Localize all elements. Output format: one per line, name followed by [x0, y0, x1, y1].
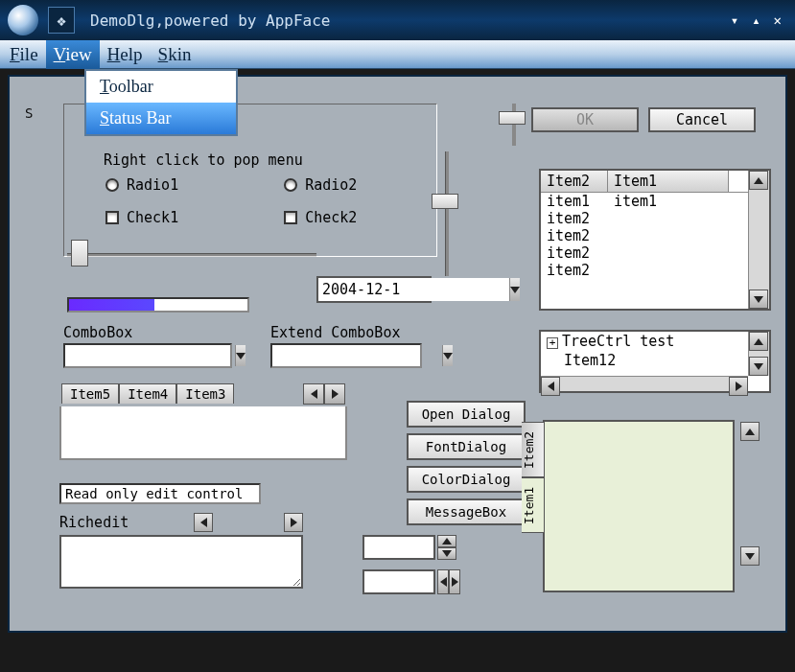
chevron-down-icon: [745, 553, 755, 560]
menu-help[interactable]: Help: [100, 40, 151, 69]
cancel-button[interactable]: Cancel: [648, 107, 756, 132]
listview-header: Item2 Item1: [541, 171, 769, 193]
menu-file[interactable]: File: [2, 40, 46, 69]
message-box-button[interactable]: MessageBox: [407, 498, 526, 525]
slider-thumb[interactable]: [499, 111, 526, 125]
brand-orb-icon: [8, 5, 38, 35]
spin-left-2[interactable]: [437, 569, 449, 594]
extend-combobox-dropdown-button[interactable]: [442, 345, 453, 366]
radio1[interactable]: Radio1: [105, 176, 178, 194]
spin-input-1[interactable]: [362, 535, 435, 560]
listview-row: item2: [541, 262, 769, 279]
button-stack: Open Dialog FontDialog ColorDialog Messa…: [407, 401, 526, 525]
color-dialog-button[interactable]: ColorDialog: [407, 466, 526, 493]
scroll-left[interactable]: [541, 377, 560, 396]
top-vertical-slider[interactable]: [503, 104, 526, 146]
scroll-down[interactable]: [749, 357, 768, 376]
tab-item4[interactable]: Item4: [119, 383, 176, 404]
lv-cell[interactable]: item2: [541, 210, 608, 227]
dropdown-icon[interactable]: ▾: [731, 12, 738, 28]
combobox-input[interactable]: [65, 345, 235, 366]
dropdown-statusbar[interactable]: Status Bar: [86, 103, 236, 134]
check2[interactable]: Check2: [284, 209, 357, 226]
spin-right-2[interactable]: [449, 569, 460, 594]
listview-col-1[interactable]: Item1: [608, 171, 729, 192]
check1[interactable]: Check1: [105, 209, 178, 226]
spin-up-1[interactable]: [437, 535, 456, 547]
tree-root[interactable]: +TreeCtrl test: [541, 332, 769, 351]
chevron-right-icon: [736, 382, 742, 391]
chevron-down-icon: [236, 353, 246, 359]
side-tab-item1[interactable]: Item1: [522, 477, 545, 533]
slider-thumb[interactable]: [432, 194, 458, 209]
font-dialog-button[interactable]: FontDialog: [407, 433, 526, 460]
richedit-scroll-right[interactable]: [284, 513, 303, 532]
ok-button[interactable]: OK: [531, 107, 639, 132]
tab-scroll-right[interactable]: [324, 383, 345, 405]
vertical-slider[interactable]: [435, 151, 458, 276]
chevron-left-icon: [200, 518, 207, 527]
combobox-dropdown-button[interactable]: [235, 345, 246, 366]
chevron-up-icon: [754, 177, 763, 184]
tab-scroll-left[interactable]: [303, 383, 324, 405]
lv-cell[interactable]: item2: [541, 244, 608, 262]
menubar: File View Help Skin: [0, 40, 795, 69]
extend-combobox-input[interactable]: [272, 345, 442, 366]
lv-cell[interactable]: item2: [541, 262, 608, 279]
richedit-label: Richedit: [59, 514, 129, 531]
client-area: S Right click to pop menu Radio1 Radio2 …: [8, 75, 787, 633]
lv-cell[interactable]: item1: [541, 193, 608, 210]
richedit-scroll-left[interactable]: [194, 513, 213, 532]
slider-thumb[interactable]: [71, 240, 88, 266]
spin-control-2[interactable]: [362, 569, 460, 594]
richedit-scrollbar: [194, 513, 303, 532]
menu-skin[interactable]: Skin: [151, 40, 199, 69]
dropdown-toolbar[interactable]: Toolbar: [86, 71, 236, 103]
scroll-right[interactable]: [729, 377, 748, 396]
titlebar[interactable]: ❖ DemoDlg,powered by AppFace ▾ ▴ ✕: [0, 0, 795, 40]
spin-input-2[interactable]: [362, 569, 435, 594]
close-button[interactable]: ✕: [774, 12, 782, 28]
listview-scrollbar[interactable]: [748, 171, 769, 309]
scroll-up[interactable]: [749, 332, 768, 351]
tree-child[interactable]: Item12: [541, 351, 769, 370]
lv-cell[interactable]: item1: [608, 193, 663, 210]
listview-row: item2: [541, 227, 769, 244]
treeview-hscroll[interactable]: [541, 376, 748, 391]
minimize-button[interactable]: ▴: [752, 12, 760, 28]
listview-col-0[interactable]: Item2: [541, 171, 608, 192]
tree-expand-icon[interactable]: +: [547, 337, 558, 349]
menu-view-rest: iew: [65, 44, 91, 64]
horizontal-slider[interactable]: [67, 243, 316, 266]
richedit[interactable]: [59, 535, 303, 589]
side-tab-scroll: [740, 422, 760, 566]
scroll-up[interactable]: [740, 422, 760, 441]
listview-body: item1item1 item2 item2 item2 item2: [541, 193, 769, 279]
list-view[interactable]: Item2 Item1 item1item1 item2 item2 item2…: [539, 169, 771, 311]
scroll-up[interactable]: [749, 171, 768, 190]
tab-item3[interactable]: Item3: [176, 383, 234, 404]
tab-item5[interactable]: Item5: [61, 383, 119, 404]
spin-down-1[interactable]: [437, 547, 456, 560]
extend-combobox[interactable]: [270, 343, 422, 368]
scroll-down[interactable]: [749, 290, 768, 309]
lv-cell[interactable]: item2: [541, 227, 608, 244]
open-dialog-button[interactable]: Open Dialog: [407, 401, 526, 428]
tree-child-label: Item12: [564, 352, 616, 369]
tree-view[interactable]: +TreeCtrl test Item12: [539, 330, 771, 393]
date-dropdown-button[interactable]: [509, 278, 520, 301]
view-dropdown: Toolbar Status Bar: [84, 69, 238, 136]
scroll-down[interactable]: [740, 546, 760, 566]
menu-view[interactable]: View: [46, 40, 100, 69]
date-input[interactable]: [318, 278, 509, 301]
tree-root-label: TreeCtrl test: [562, 333, 674, 350]
spin-control-1[interactable]: [362, 535, 456, 560]
chevron-up-icon: [745, 429, 755, 435]
date-picker[interactable]: [316, 276, 432, 303]
progress-bar: [67, 297, 249, 313]
combobox[interactable]: [63, 343, 232, 368]
chevron-right-icon: [452, 577, 458, 587]
radio2[interactable]: Radio2: [284, 176, 357, 194]
treeview-vscroll[interactable]: [748, 332, 769, 376]
side-tab-item2[interactable]: Item2: [522, 422, 545, 477]
